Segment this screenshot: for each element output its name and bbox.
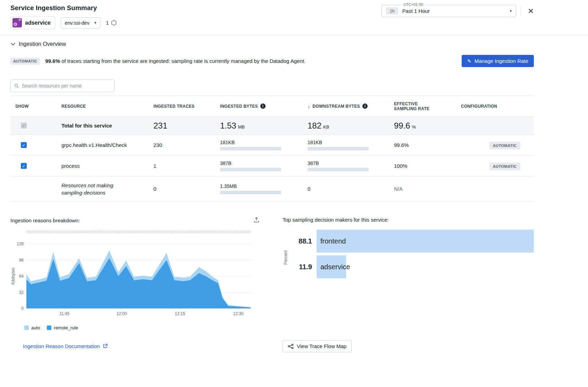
- env-dropdown[interactable]: env:ssi-dev ▾: [61, 17, 100, 28]
- col-downstream-bytes-label: DOWNSTREAM BYTES: [312, 104, 360, 109]
- ingested-bytes-value: 181KB: [220, 140, 303, 145]
- ingested-bytes-value: 387B: [220, 160, 303, 166]
- flow-map-icon: [288, 344, 294, 349]
- chevron-down-icon: [10, 42, 16, 47]
- search-icon: [14, 83, 19, 89]
- col-downstream-bytes[interactable]: ↓ DOWNSTREAM BYTES i: [303, 104, 389, 109]
- col-resource: RESOURCE: [57, 104, 149, 109]
- svg-text:11:45: 11:45: [59, 311, 69, 316]
- total-bytes: 1.53 MB: [215, 121, 303, 131]
- total-traces: 231: [149, 121, 215, 131]
- bar-fill: [317, 230, 534, 253]
- vertical-divider: [521, 6, 521, 16]
- pencil-icon: ✎: [467, 58, 471, 64]
- area-series-remote_rule: [26, 258, 251, 308]
- col-effective-sampling-rate: EFFECTIVE SAMPLING RATE: [389, 101, 456, 111]
- bar-track: frontend: [317, 230, 534, 253]
- bar-label: frontend: [320, 237, 346, 245]
- downstream-bytes-cell: 181KB: [303, 140, 389, 150]
- legend-item-remote_rule[interactable]: remote_rule: [47, 325, 78, 330]
- sort-descending-icon[interactable]: ↓: [308, 104, 310, 109]
- total-downstream-unit: KB: [323, 124, 329, 130]
- decision-bar-row: 11.9adservice: [283, 255, 534, 278]
- table-row: ✓ process 1 387B 387B 100% AUTOMATIC: [10, 156, 534, 176]
- footer-row: Ingestion Reason Documentation View Trac…: [0, 330, 588, 352]
- export-button[interactable]: [253, 216, 260, 225]
- chart-top-stripe-band: [26, 230, 251, 233]
- downstream-bytes-value: 181KB: [308, 140, 389, 145]
- col-configuration: CONFIGURATION: [456, 104, 534, 109]
- ingestion-reasons-title: Ingestion reasons breakdown:: [10, 217, 80, 223]
- chevron-down-icon: ▾: [94, 21, 96, 25]
- decision-bars: 88.1frontend11.9adservice: [283, 230, 534, 278]
- total-label: Total for this service: [57, 123, 149, 129]
- time-range-picker[interactable]: UTC+01:00 1h Past 1 Hour ▾: [381, 5, 516, 17]
- resource-search[interactable]: [10, 80, 115, 92]
- ingested-traces-value: 1: [149, 163, 215, 169]
- total-bytes-unit: MB: [238, 124, 245, 130]
- ingestion-overview-section-toggle[interactable]: Ingestion Overview: [0, 35, 588, 47]
- info-icon[interactable]: i: [362, 104, 368, 109]
- row-checkbox[interactable]: ✓: [21, 142, 27, 148]
- service-name: adservice: [25, 20, 51, 26]
- sampling-rate-value: 99.6%: [389, 142, 456, 148]
- ingestion-reasons-area-chart: 032649612811:4512:0012:1512:30Kibibytes: [10, 233, 253, 320]
- legend-item-auto[interactable]: auto: [24, 325, 40, 330]
- decision-bar-row: 88.1frontend: [283, 230, 534, 253]
- resource-table: SHOW RESOURCE INGESTED TRACES INGESTED B…: [10, 96, 534, 201]
- resource-name: Resources not making sampling decisions: [57, 182, 149, 196]
- table-total-row: ✓ Total for this service 231 1.53 MB 182…: [10, 117, 534, 135]
- decision-makers-title: Top sampling decision makers for this se…: [283, 217, 534, 223]
- svg-text:96: 96: [19, 258, 24, 263]
- total-rate: 99.6 %: [389, 121, 456, 131]
- time-range-label: Past 1 Hour: [402, 8, 430, 14]
- total-rate-unit: %: [412, 124, 416, 130]
- timezone-label: UTC+01:00: [401, 2, 425, 7]
- ingestion-reason-doc-link[interactable]: Ingestion Reason Documentation: [23, 343, 108, 349]
- env-label: env:ssi-dev: [65, 20, 90, 26]
- bar-track: adservice: [317, 255, 534, 278]
- total-bytes-value: 1.53: [220, 121, 236, 131]
- col-show: SHOW: [10, 104, 57, 109]
- table-header-row: SHOW RESOURCE INGESTED TRACES INGESTED B…: [10, 96, 534, 117]
- downstream-bytes-value: 387B: [308, 160, 389, 166]
- downstream-bytes-value: 0: [303, 186, 389, 192]
- col-ingested-traces: INGESTED TRACES: [149, 104, 215, 109]
- downstream-bytes-cell: 387B: [303, 160, 389, 171]
- ingested-bytes-meter: [220, 168, 281, 171]
- bar-label: adservice: [320, 263, 350, 271]
- svg-text:12:00: 12:00: [117, 311, 127, 316]
- row-checkbox[interactable]: ✓: [21, 163, 27, 169]
- flow-map-button-label: View Trace Flow Map: [297, 343, 346, 349]
- ingested-traces-value: 230: [149, 142, 215, 148]
- ingested-bytes-meter: [220, 191, 281, 194]
- downstream-bytes-meter: [308, 147, 369, 150]
- view-trace-flow-map-button[interactable]: View Trace Flow Map: [283, 340, 352, 352]
- ingested-bytes-cell: 387B: [215, 160, 303, 171]
- svg-text:Kibibytes: Kibibytes: [11, 268, 16, 285]
- manage-ingestion-rate-button[interactable]: ✎ Manage Ingestion Rate: [462, 55, 534, 67]
- total-downstream-value: 182: [308, 121, 321, 131]
- service-gears-icon: ⚙⚙: [12, 18, 22, 27]
- percent-axis-label: Percent: [283, 250, 288, 265]
- sampling-banner: AUTOMATIC 99.6% of traces starting from …: [0, 47, 588, 67]
- banner-text: 99.6% of traces starting from the servic…: [45, 58, 305, 64]
- section-title: Ingestion Overview: [19, 41, 66, 47]
- decision-makers-chart: Top sampling decision makers for this se…: [283, 216, 534, 330]
- sampling-rate-value: 100%: [389, 163, 456, 169]
- external-link-icon: [103, 344, 108, 348]
- col-ingested-bytes-label: INGESTED BYTES: [220, 104, 258, 109]
- legend-swatch: [24, 326, 29, 330]
- close-button[interactable]: ✕: [526, 6, 536, 16]
- ingested-bytes-cell: 181KB: [215, 140, 303, 150]
- service-chip[interactable]: ⚙⚙ adservice: [10, 16, 55, 29]
- svg-text:12:30: 12:30: [233, 311, 243, 316]
- info-icon[interactable]: i: [260, 104, 266, 109]
- svg-text:32: 32: [19, 290, 24, 295]
- time-range-chip[interactable]: 1h: [386, 7, 398, 15]
- ingested-bytes-cell: 1.35MB: [215, 183, 303, 194]
- bar-value: 88.1: [283, 230, 317, 253]
- search-input[interactable]: [22, 83, 111, 89]
- resource-name: process: [57, 163, 149, 169]
- chevron-down-icon: ▾: [510, 9, 512, 13]
